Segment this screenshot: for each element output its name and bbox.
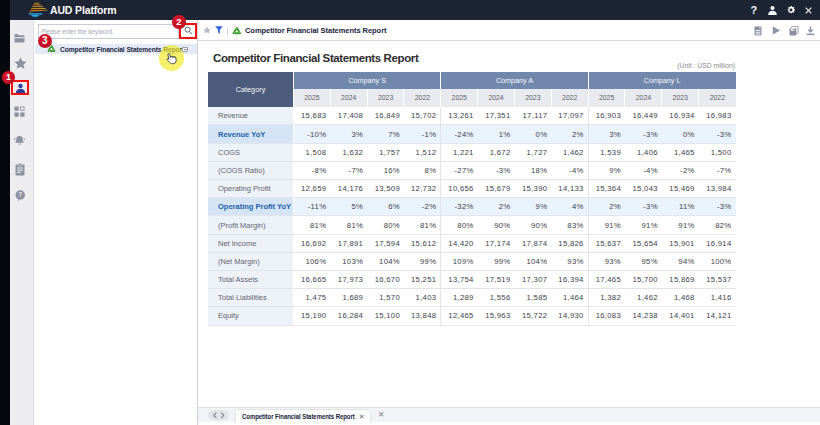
svg-text:?: ?	[18, 191, 22, 198]
